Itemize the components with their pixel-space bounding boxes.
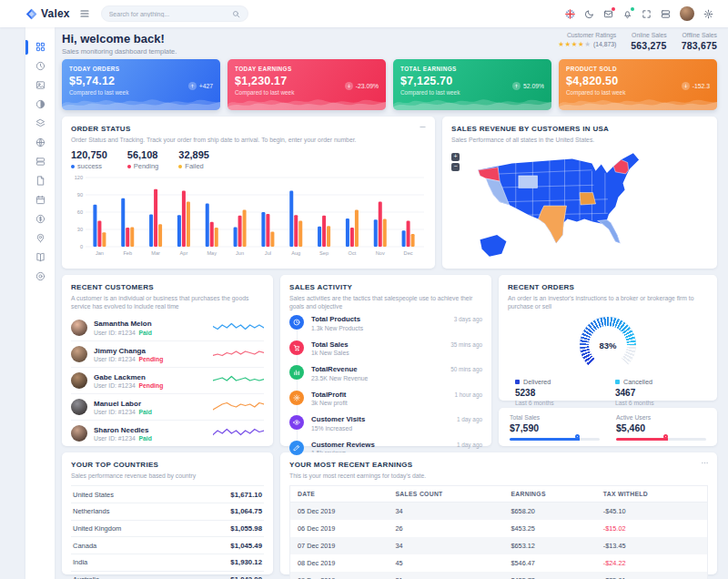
slider-track[interactable] <box>616 438 706 441</box>
earnings-table: DATESALES COUNTEARNINGSTAX WITHELD 05 De… <box>289 485 708 579</box>
moon-icon[interactable] <box>584 9 594 19</box>
sidebar-item-layers[interactable] <box>25 117 55 130</box>
more-options-icon[interactable] <box>701 459 709 467</box>
navbar-icons <box>565 6 713 21</box>
orders-gauge: 83% <box>580 317 636 373</box>
customer-list: Samantha MelonUser ID: #1234 PaidJimmy C… <box>71 314 264 446</box>
flag-icon[interactable] <box>565 9 575 19</box>
pin-icon <box>35 230 46 247</box>
sidebar-item-globe[interactable] <box>25 137 55 149</box>
svg-text:Jul: Jul <box>265 250 271 256</box>
country-row[interactable]: United Kingdom$1,055.98 <box>71 521 264 538</box>
usa-map[interactable] <box>451 147 708 262</box>
earnings-row: 06 Dec 201926$453.25-$15.02 <box>290 520 708 537</box>
customer-name: Gabe Lackmen <box>94 373 163 381</box>
map-zoom-out-button[interactable]: − <box>451 163 460 171</box>
customer-sparkline <box>213 373 264 388</box>
svg-text:120: 120 <box>75 175 83 180</box>
cell-date: 06 Dec 2019 <box>290 520 389 537</box>
user-avatar <box>680 6 694 21</box>
sidebar-item-book[interactable] <box>25 251 55 264</box>
state-texas[interactable] <box>539 206 567 243</box>
sidebar-item-contrast[interactable] <box>25 98 55 111</box>
state-new-york[interactable] <box>613 160 629 174</box>
svg-text:Sep: Sep <box>319 250 329 256</box>
mail-icon[interactable] <box>603 9 613 19</box>
app-logo[interactable]: Valex <box>25 7 70 20</box>
trend-wave <box>393 92 551 110</box>
arrow-down-icon <box>682 82 690 90</box>
trend-wave <box>559 92 717 110</box>
sidebar-item-rows[interactable] <box>25 156 55 168</box>
customer-avatar <box>71 425 87 442</box>
activity-item[interactable]: Customer Visits15% increased1 day ago <box>289 415 482 441</box>
slider-handle[interactable] <box>575 434 580 439</box>
rows-icon <box>35 154 46 170</box>
map-zoom-in-button[interactable]: + <box>451 153 460 161</box>
sidebar-item-pin[interactable] <box>25 232 55 245</box>
activity-title: Customer Visits <box>311 415 365 423</box>
online-sales: Online Sales 563,275 <box>631 32 666 51</box>
sidebar-item-disc[interactable] <box>25 270 55 283</box>
activity-item[interactable]: Total Sales1k New Sales35 mins ago <box>289 340 482 366</box>
rows-icon[interactable] <box>661 9 671 19</box>
activity-title: Total Sales <box>311 340 349 349</box>
recent-orders-panel: RECENT ORDERS An order is an investor's … <box>499 275 717 401</box>
stat-card-total-earnings: TOTAL EARNINGS$7,125.70Compared to last … <box>393 59 551 110</box>
country-row[interactable]: Netherlands$1,064.75 <box>71 503 264 521</box>
customer-sparkline <box>213 320 264 335</box>
minimize-icon[interactable] <box>419 123 427 131</box>
search-input[interactable] <box>109 11 232 17</box>
sidebar-item-dashboard[interactable] <box>25 41 55 54</box>
earnings-table-body: 05 Dec 201934$658.20-$45.1006 Dec 201926… <box>290 503 708 579</box>
expand-icon[interactable] <box>642 9 652 19</box>
column-header: TAX WITHELD <box>596 486 708 503</box>
stat-card-product-sold: PRODUCT SOLD$4,820.50Compared to last we… <box>559 59 717 110</box>
sidebar-item-clock[interactable] <box>25 60 55 73</box>
slider-track[interactable] <box>510 438 600 441</box>
order-status-panel: ORDER STATUS Order Status and Tracking. … <box>62 117 435 269</box>
icon-sidebar <box>25 27 55 579</box>
activity-item[interactable]: TotalProfit3k New profit1 hour ago <box>289 391 482 416</box>
country-row[interactable]: Australia$1,042.00 <box>71 572 264 579</box>
cell-date: 09 Dec 2019 <box>290 572 389 579</box>
activity-subtitle: 3k New profit <box>311 400 348 406</box>
state-missouri[interactable] <box>580 193 596 205</box>
country-row[interactable]: Canada$1,045.49 <box>71 537 264 554</box>
customer-row[interactable]: Manuel LaborUser ID: #1234 Paid <box>71 393 264 420</box>
sidebar-item-file[interactable] <box>25 175 55 188</box>
activity-item[interactable]: TotalRevenue23.5K New Revenue50 mins ago <box>289 365 482 391</box>
customer-row[interactable]: Jimmy ChangaUser ID: #1234 Pending <box>71 340 264 367</box>
slider-handle[interactable] <box>663 434 668 439</box>
customer-row[interactable]: Samantha MelonUser ID: #1234 Paid <box>71 314 264 340</box>
country-row[interactable]: United States$1,671.10 <box>71 486 264 503</box>
stat-card-delta: -152.3 <box>682 82 710 90</box>
state-wyoming[interactable] <box>519 176 538 188</box>
sidebar-item-card[interactable] <box>25 79 55 92</box>
column-header: DATE <box>290 486 389 503</box>
gear-icon[interactable] <box>703 9 713 19</box>
online-sales-label: Online Sales <box>631 32 666 38</box>
country-row[interactable]: India$1,930.12 <box>71 554 264 572</box>
order-status-title: ORDER STATUS <box>71 125 426 133</box>
slider-value: $7,590 <box>510 422 600 433</box>
disc-icon <box>35 269 46 285</box>
status-badge: Pending <box>139 356 164 362</box>
customer-row[interactable]: Gabe LackmenUser ID: #1234 Pending <box>71 367 264 393</box>
earnings-row: 05 Dec 201934$658.20-$45.10 <box>290 503 708 521</box>
country-name: India <box>73 558 87 566</box>
country-revenue: $1,042.00 <box>230 575 262 579</box>
search-icon[interactable] <box>232 5 240 22</box>
activity-item[interactable]: Total Products1.3k New Products3 days ag… <box>289 315 482 340</box>
state-florida[interactable] <box>598 220 621 244</box>
sidebar-toggle-icon[interactable] <box>79 8 90 19</box>
ratings-label: Customer Ratings <box>558 32 616 38</box>
sidebar-item-calendar[interactable] <box>25 194 55 207</box>
country-revenue: $1,671.10 <box>230 491 262 499</box>
sidebar-item-dollar[interactable] <box>25 213 55 226</box>
avatar[interactable] <box>680 6 694 21</box>
customer-sparkline <box>213 426 264 441</box>
bell-icon[interactable] <box>622 9 632 19</box>
svg-text:Oct: Oct <box>349 250 357 256</box>
customer-row[interactable]: Sharon NeedlesUser ID: #1234 Paid <box>71 420 264 446</box>
